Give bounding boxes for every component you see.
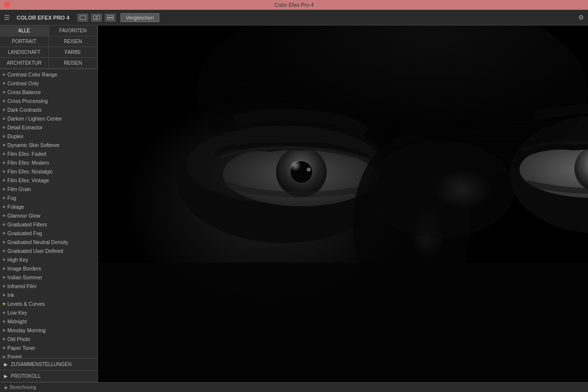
filter-item[interactable]: ★Graduated Filters: [0, 220, 98, 229]
filter-item[interactable]: ★Paper Toner: [0, 343, 98, 352]
filter-item[interactable]: ★Ink: [0, 291, 98, 299]
filter-label: Fog: [7, 195, 16, 201]
filter-item[interactable]: ★High Key: [0, 255, 98, 264]
filter-item[interactable]: ★Indian Summer: [0, 273, 98, 282]
star-icon[interactable]: ★: [2, 293, 6, 297]
protokoll-label: PROTOKOLL: [11, 373, 41, 379]
category-architektur[interactable]: ARCHITEKTUR: [0, 58, 49, 69]
filter-item[interactable]: ★Infrared Film: [0, 282, 98, 291]
filter-item[interactable]: ★Dark Contrasts: [0, 105, 98, 114]
filter-item[interactable]: ★Cross Processing: [0, 97, 98, 105]
filter-label: High Key: [7, 257, 28, 263]
filter-item[interactable]: ★Levels & Curves: [0, 299, 98, 308]
filter-item[interactable]: ★Graduated Fog: [0, 229, 98, 238]
menu-icon[interactable]: ☰: [4, 14, 10, 21]
category-landschaft[interactable]: LANDSCHAFT: [0, 47, 49, 58]
star-icon[interactable]: ★: [2, 204, 6, 209]
star-icon[interactable]: ★: [2, 160, 6, 165]
filter-item[interactable]: ★Film Efex: Modern: [0, 158, 98, 167]
filter-label: Paper Toner: [7, 345, 35, 351]
filter-item[interactable]: ★Film Grain: [0, 185, 98, 194]
filter-item[interactable]: ★Film Efex: Nostalgic: [0, 167, 98, 176]
layout-split-v-button[interactable]: [105, 14, 116, 22]
star-icon[interactable]: ★: [2, 107, 6, 112]
star-icon[interactable]: ★: [2, 72, 6, 77]
star-icon[interactable]: ★: [2, 143, 6, 147]
category-alle[interactable]: ALLE: [0, 25, 49, 36]
star-icon[interactable]: ★: [2, 266, 6, 271]
filter-item[interactable]: ★Glamour Glow: [0, 211, 98, 220]
filter-item[interactable]: ★Fog: [0, 194, 98, 202]
star-icon[interactable]: ★: [2, 319, 6, 324]
filter-item[interactable]: ★Detail Extractor: [0, 123, 98, 132]
svg-rect-2: [97, 16, 99, 20]
filter-item[interactable]: ★Monday Morning: [0, 326, 98, 335]
filter-label: Pastel: [7, 354, 22, 358]
filter-label: Film Efex: Faded: [7, 151, 46, 157]
star-icon[interactable]: ★: [2, 169, 6, 174]
filter-item[interactable]: ★Pastel: [0, 352, 98, 358]
filter-item[interactable]: ★Duplex: [0, 132, 98, 141]
filter-label: Contrast Color Range: [7, 72, 57, 77]
layout-single-button[interactable]: [77, 14, 88, 22]
category-reisen2[interactable]: REISEN: [49, 58, 98, 69]
filter-item[interactable]: ★Film Efex: Vintage: [0, 176, 98, 185]
filter-item[interactable]: ★Midnight: [0, 317, 98, 326]
filter-item[interactable]: ★Old Photo: [0, 335, 98, 343]
star-icon[interactable]: ★: [2, 248, 6, 253]
compare-button[interactable]: Vergleichen: [121, 13, 160, 22]
star-icon[interactable]: ★: [2, 257, 6, 262]
star-icon[interactable]: ★: [2, 354, 6, 358]
category-reisen1[interactable]: REISEN: [49, 36, 98, 47]
star-icon[interactable]: ★: [2, 125, 6, 130]
category-nav: ALLE FAVORITEN PORTRAIT REISEN LANDSCHAF…: [0, 25, 98, 69]
close-button[interactable]: [4, 1, 10, 7]
filter-label: Low Key: [7, 310, 27, 316]
settings-icon[interactable]: ⚙: [578, 14, 584, 21]
filter-item[interactable]: ★Graduated User Defined: [0, 246, 98, 255]
filter-item[interactable]: ★Cross Balance: [0, 88, 98, 97]
zusammenstellungen-button[interactable]: ▶ ZUSAMMENSTELLUNGEN: [0, 359, 98, 370]
filter-label: Infrared Film: [7, 283, 36, 289]
filter-item[interactable]: ★Graduated Neutral Density: [0, 238, 98, 246]
star-icon[interactable]: ★: [2, 213, 6, 218]
filter-item[interactable]: ★Contrast Color Range: [0, 70, 98, 79]
svg-rect-1: [94, 16, 96, 20]
star-icon[interactable]: ★: [2, 196, 6, 200]
star-icon[interactable]: ★: [2, 151, 6, 156]
star-icon[interactable]: ★: [2, 240, 6, 245]
filter-item[interactable]: ★Low Key: [0, 308, 98, 317]
layout-split-h-button[interactable]: [91, 14, 102, 22]
category-favoriten[interactable]: FAVORITEN: [49, 25, 98, 36]
filter-item[interactable]: ★Image Borders: [0, 264, 98, 273]
star-icon[interactable]: ★: [2, 328, 6, 333]
star-icon[interactable]: ★: [2, 275, 6, 280]
filter-item[interactable]: ★Dynamic Skin Softener: [0, 141, 98, 149]
star-icon[interactable]: ★: [2, 284, 6, 289]
star-icon[interactable]: ★: [2, 98, 6, 103]
star-icon[interactable]: ★: [2, 337, 6, 342]
filter-label: Film Efex: Nostalgic: [7, 169, 53, 174]
filter-item[interactable]: ★Film Efex: Faded: [0, 149, 98, 158]
star-icon[interactable]: ★: [2, 134, 6, 139]
star-icon[interactable]: ★: [2, 222, 6, 227]
star-icon[interactable]: ★: [2, 178, 6, 183]
photo-canvas: [98, 25, 588, 382]
statusbar: ◈ Berechnung: [0, 382, 588, 392]
star-icon[interactable]: ★: [2, 116, 6, 121]
star-icon[interactable]: ★: [2, 187, 6, 192]
filter-item[interactable]: ★Foliage: [0, 202, 98, 211]
category-farbe[interactable]: FARBE: [49, 47, 98, 58]
star-icon[interactable]: ★: [2, 345, 6, 350]
filter-label: Old Photo: [7, 336, 30, 342]
category-portrait[interactable]: PORTRAIT: [0, 36, 49, 47]
filter-label: Levels & Curves: [7, 301, 45, 307]
star-icon[interactable]: ★: [2, 81, 6, 86]
star-icon[interactable]: ★: [2, 310, 6, 315]
filter-item[interactable]: ★Contrast Only: [0, 79, 98, 88]
star-icon[interactable]: ★: [2, 231, 6, 236]
star-icon[interactable]: ★: [2, 301, 6, 306]
protokoll-button[interactable]: ▶ PROTOKOLL: [0, 370, 98, 382]
star-icon[interactable]: ★: [2, 90, 6, 95]
filter-item[interactable]: ★Darken / Lighten Center: [0, 114, 98, 123]
